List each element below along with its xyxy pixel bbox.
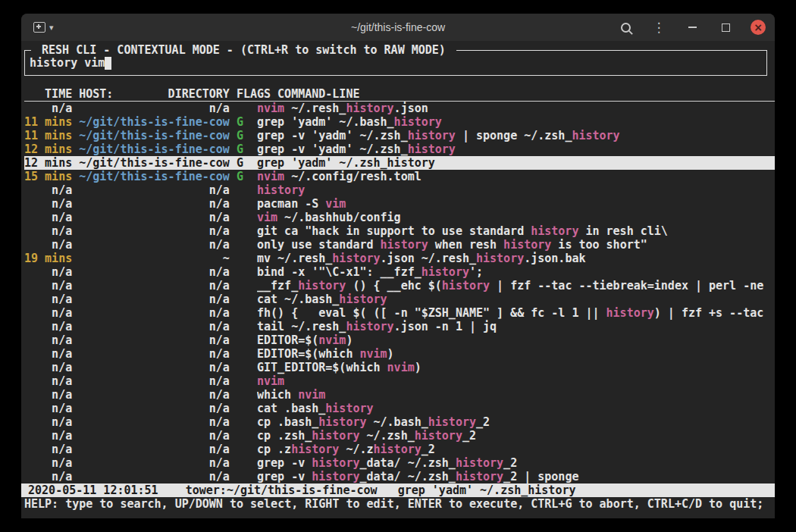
- row-directory: n/a: [79, 415, 230, 429]
- row-time: n/a: [24, 293, 72, 306]
- row-time: n/a: [24, 224, 72, 238]
- history-row[interactable]: n/an/agit ca "hack in support to use sta…: [24, 224, 775, 238]
- terminal-window: ▾ ~/git/this-is-fine-cow ⋮ × RESH CLI - …: [21, 14, 775, 518]
- row-directory: n/a: [79, 102, 230, 115]
- command-text: tail ~/.resh_history.json -n 1 | jq: [257, 320, 775, 333]
- row-time: n/a: [24, 306, 72, 320]
- help-line: HELP: type to search, UP/DOWN to select,…: [21, 497, 775, 511]
- history-row[interactable]: n/an/acat ~/.bash_history: [24, 293, 775, 306]
- history-row[interactable]: 11 mins~/git/this-is-fine-cowGgrep -v 'y…: [24, 129, 775, 142]
- history-row[interactable]: n/an/abind -x '"\C-x1": __fzf_history';: [24, 265, 775, 279]
- history-row[interactable]: n/an/aEDITOR=$(which nvim): [24, 347, 775, 361]
- close-icon: ×: [754, 22, 763, 33]
- row-directory: ~/git/this-is-fine-cow: [79, 170, 230, 183]
- restore-icon: [722, 23, 730, 32]
- command-text: nvim ~/.resh_history.json: [257, 102, 775, 115]
- close-button[interactable]: ×: [751, 20, 766, 35]
- row-directory: n/a: [79, 211, 230, 224]
- history-row[interactable]: n/an/avim ~/.bashhub/config: [24, 211, 775, 224]
- command-text: cat .bash_history: [257, 402, 775, 415]
- history-row[interactable]: n/an/aEDITOR=$(nvim): [24, 333, 775, 347]
- history-row[interactable]: n/an/acp .zhistory ~/.zhistory_2: [24, 443, 775, 456]
- command-text: cp .bash_history ~/.bash_history_2: [257, 415, 775, 429]
- command-text: which nvim: [257, 388, 775, 402]
- row-time: n/a: [24, 333, 72, 347]
- row-flags: G: [237, 129, 257, 142]
- command-text: cat ~/.bash_history: [257, 293, 775, 306]
- row-directory: n/a: [79, 388, 230, 402]
- row-time: n/a: [24, 102, 72, 115]
- row-directory: ~: [79, 252, 230, 265]
- history-row[interactable]: 12 mins~/git/this-is-fine-cowGgrep -v 'y…: [24, 142, 775, 156]
- history-row-selected[interactable]: 12 mins~/git/this-is-fine-cowGgrep 'yadm…: [24, 156, 775, 170]
- row-time: n/a: [24, 211, 72, 224]
- row-directory: n/a: [79, 320, 230, 333]
- table-header: TIME HOST:DIRECTORY FLAGS COMMAND-LINE: [24, 87, 775, 102]
- row-directory: n/a: [79, 183, 230, 197]
- history-row[interactable]: n/an/afh() { eval $( ([ -n "$ZSH_NAME" ]…: [24, 306, 775, 320]
- search-icon: [621, 23, 631, 33]
- search-button[interactable]: [617, 19, 634, 36]
- history-row[interactable]: n/an/awhich nvim: [24, 388, 775, 402]
- row-directory: n/a: [79, 224, 230, 238]
- history-row[interactable]: n/an/aGIT_EDITOR=$(which nvim): [24, 361, 775, 374]
- row-time: 11 mins: [24, 129, 72, 142]
- row-flags: G: [237, 156, 257, 170]
- restore-button[interactable]: [717, 19, 734, 36]
- status-host-directory: tower:~/git/this-is-fine-cow: [186, 483, 378, 497]
- command-text: grep -v history_data/ ~/.zsh_history_2 |…: [257, 470, 775, 483]
- history-table: TIME HOST:DIRECTORY FLAGS COMMAND-LINE n…: [21, 87, 775, 483]
- command-text: fh() { eval $( ([ -n "$ZSH_NAME" ] && fc…: [257, 306, 775, 320]
- row-time: n/a: [24, 265, 72, 279]
- header-time: TIME: [24, 87, 72, 101]
- row-directory: n/a: [79, 306, 230, 320]
- history-row[interactable]: n/an/aonly use standard history when res…: [24, 238, 775, 252]
- text-cursor: [105, 57, 111, 70]
- history-row[interactable]: n/an/atail ~/.resh_history.json -n 1 | j…: [24, 320, 775, 333]
- history-row[interactable]: 15 mins~/git/this-is-fine-cowGnvim ~/.co…: [24, 170, 775, 183]
- row-flags: G: [237, 170, 257, 183]
- history-row[interactable]: 11 mins~/git/this-is-fine-cowGgrep 'yadm…: [24, 115, 775, 129]
- menu-button[interactable]: ⋮: [650, 19, 667, 36]
- status-bar: 2020-05-11 12:01:51 tower:~/git/this-is-…: [21, 483, 775, 497]
- header-host-directory: HOST:DIRECTORY: [79, 87, 230, 101]
- search-box-legend: RESH CLI - CONTEXTUAL MODE - (CTRL+R to …: [31, 43, 456, 57]
- history-row[interactable]: n/an/acp .bash_history ~/.bash_history_2: [24, 415, 775, 429]
- command-text: vim ~/.bashhub/config: [257, 211, 775, 224]
- row-directory: ~/git/this-is-fine-cow: [79, 115, 230, 129]
- row-time: n/a: [24, 388, 72, 402]
- row-time: n/a: [24, 279, 72, 293]
- row-directory: n/a: [79, 238, 230, 252]
- header-flags: FLAGS: [237, 87, 271, 101]
- history-row[interactable]: 19 mins~mv ~/.resh_history.json ~/.resh_…: [24, 252, 775, 265]
- history-row[interactable]: n/an/agrep -v history_data/ ~/.zsh_histo…: [24, 470, 775, 483]
- new-terminal-button[interactable]: ▾: [30, 19, 57, 36]
- chevron-down-icon: ▾: [49, 23, 54, 33]
- status-timestamp: 2020-05-11 12:01:51: [28, 483, 158, 497]
- minimize-button[interactable]: [684, 19, 700, 36]
- row-directory: n/a: [79, 293, 230, 306]
- row-directory: n/a: [79, 265, 230, 279]
- history-row[interactable]: n/an/acat .bash_history: [24, 402, 775, 415]
- history-row[interactable]: n/an/apacman -S vim: [24, 197, 775, 211]
- command-text: git ca "hack in support to use standard …: [257, 224, 775, 238]
- search-box[interactable]: RESH CLI - CONTEXTUAL MODE - (CTRL+R to …: [24, 50, 767, 76]
- row-time: n/a: [24, 402, 72, 415]
- history-row[interactable]: n/an/ahistory: [24, 183, 775, 197]
- history-row[interactable]: n/an/a__fzf_history () { __ehc $(history…: [24, 279, 775, 293]
- history-row[interactable]: n/an/acp .zsh_history ~/.zsh_history_2: [24, 429, 775, 443]
- history-row[interactable]: n/an/anvim: [24, 374, 775, 388]
- status-command: grep 'yadm' ~/.zsh_history: [398, 483, 576, 497]
- command-text: pacman -S vim: [257, 197, 775, 211]
- search-query-text: history vim: [30, 56, 105, 70]
- command-text: grep 'yadm' ~/.bash_history: [257, 115, 775, 129]
- terminal-content: RESH CLI - CONTEXTUAL MODE - (CTRL+R to …: [21, 41, 775, 518]
- command-text: only use standard history when resh hist…: [257, 238, 775, 252]
- command-text: nvim: [257, 374, 775, 388]
- row-directory: n/a: [79, 470, 230, 483]
- history-rows: n/an/anvim ~/.resh_history.json11 mins~/…: [24, 102, 775, 483]
- row-time: n/a: [24, 347, 72, 361]
- header-command: COMMAND-LINE: [277, 87, 359, 101]
- history-row[interactable]: n/an/agrep -v history_data/ ~/.zsh_histo…: [24, 456, 775, 470]
- history-row[interactable]: n/an/anvim ~/.resh_history.json: [24, 102, 775, 115]
